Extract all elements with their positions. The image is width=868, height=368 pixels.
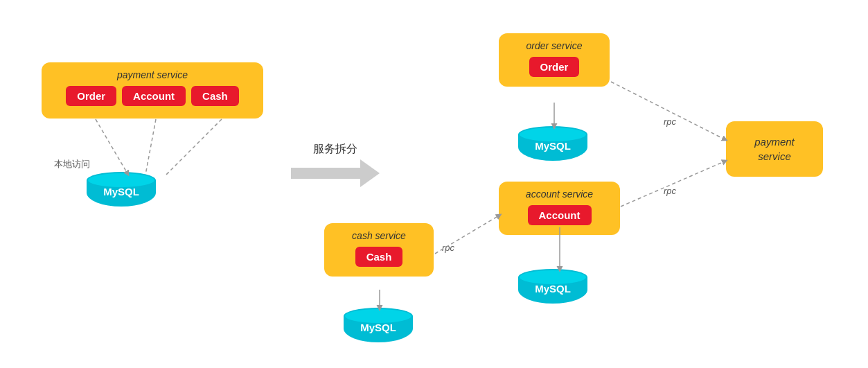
arrow-cash-mysql-left [166, 119, 222, 175]
mysql-account-cylinder: MySQL [518, 269, 587, 308]
payment-service-left-badges: Order Account Cash [66, 86, 239, 106]
cash-service-right: cash service Cash [324, 223, 434, 277]
cash-badge-left: Cash [191, 86, 239, 106]
arrow-account-mysql-left [145, 119, 156, 175]
arrow-account-payment-rpc [621, 161, 726, 207]
diagram-container: payment service Order Account Cash 本地访问 … [0, 0, 868, 368]
account-service-label: account service [526, 189, 593, 200]
cash-badge-right: Cash [355, 247, 403, 267]
arrow-order-payment-rpc [611, 82, 726, 140]
split-arrow-body [291, 168, 360, 179]
rpc-label-top: rpc [664, 116, 676, 127]
order-badge-right: Order [529, 57, 580, 77]
rpc-label-cash: rpc [442, 243, 454, 253]
cash-service-label: cash service [352, 230, 406, 241]
mysql-left: MySQL [87, 172, 156, 211]
split-label: 服务拆分 [313, 142, 357, 157]
split-arrow-container: 服务拆分 [291, 142, 380, 187]
mysql-order-cylinder: MySQL [518, 126, 587, 165]
mysql-cash-label: MySQL [360, 322, 396, 333]
account-badge-right: Account [528, 205, 592, 225]
mysql-account: MySQL [518, 269, 587, 308]
split-arrow [291, 159, 380, 187]
mysql-left-cylinder: MySQL [87, 172, 156, 211]
payment-service-left: payment service Order Account Cash [42, 62, 263, 119]
account-badge-left: Account [122, 86, 186, 106]
local-access-label: 本地访问 [54, 158, 90, 170]
order-badge-left: Order [66, 86, 116, 106]
order-service-right: order service Order [499, 33, 610, 87]
split-arrow-head [360, 159, 380, 187]
payment-service-right: paymentservice [726, 121, 823, 177]
order-service-label: order service [526, 40, 583, 51]
payment-service-left-label: payment service [117, 69, 188, 80]
account-service-right: account service Account [499, 182, 620, 235]
mysql-cash-cylinder: MySQL [344, 308, 413, 347]
mysql-left-label: MySQL [103, 186, 139, 198]
mysql-cash: MySQL [344, 308, 413, 347]
mysql-order: MySQL [518, 126, 587, 165]
payment-service-right-label: paymentservice [754, 134, 795, 164]
mysql-order-label: MySQL [535, 140, 571, 152]
rpc-label-bottom: rpc [664, 186, 676, 196]
mysql-account-label: MySQL [535, 283, 571, 295]
arrow-order-mysql-left [96, 119, 128, 175]
